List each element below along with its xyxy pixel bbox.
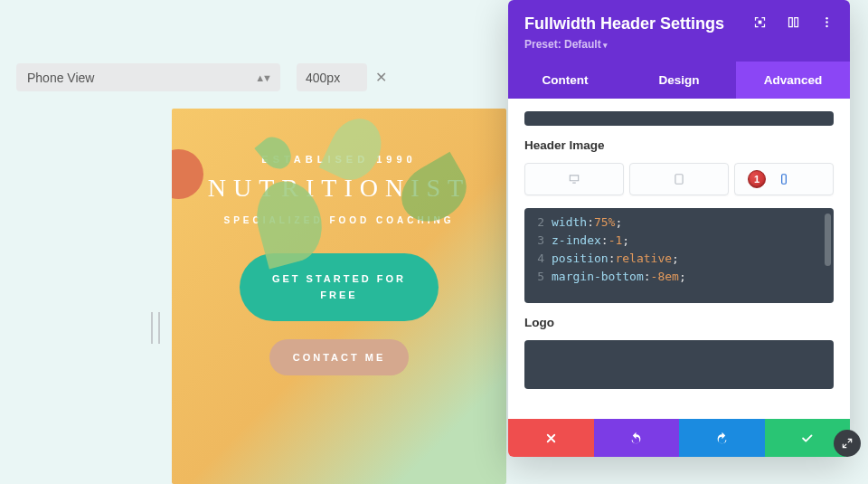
redo-button[interactable]: [679, 419, 765, 457]
panel-footer: [508, 419, 850, 457]
tab-advanced[interactable]: Advanced: [736, 62, 850, 99]
phone-icon: [778, 173, 790, 185]
undo-icon: [629, 432, 643, 445]
logo-code-editor[interactable]: [524, 340, 834, 389]
svg-point-1: [826, 17, 828, 20]
svg-rect-5: [782, 175, 787, 185]
expand-fab[interactable]: [834, 430, 861, 457]
panel-tabs: Content Design Advanced: [508, 62, 850, 99]
svg-rect-4: [675, 175, 683, 185]
redo-icon: [715, 432, 729, 445]
step-marker-1: 1: [748, 170, 766, 188]
undo-button[interactable]: [594, 419, 680, 457]
leaf-graphic: [254, 131, 297, 175]
tablet-icon: [673, 173, 685, 185]
header-image-section-label: Header Image: [524, 138, 834, 152]
clear-width-button[interactable]: ✕: [367, 63, 395, 91]
view-mode-select[interactable]: Phone View ▲▼: [16, 63, 280, 91]
settings-panel: Fullwidth Header Settings Preset: Defaul…: [508, 0, 850, 457]
device-toggle: 1: [524, 163, 834, 195]
select-chevron-icon: ▲▼: [255, 72, 269, 83]
preview-toolbar: Phone View ▲▼ 400px ✕: [16, 63, 395, 91]
contact-button[interactable]: CONTACT ME: [269, 339, 410, 375]
preview-frame: ESTABLISED 1990 NUTRITIONIST SPECIALIZED…: [172, 109, 506, 484]
expand-icon: [841, 437, 854, 450]
close-icon: ✕: [375, 69, 387, 86]
phone-device-button[interactable]: 1: [734, 163, 834, 195]
tab-content[interactable]: Content: [508, 62, 622, 99]
columns-icon[interactable]: [787, 15, 800, 33]
panel-body: Header Image 1 2width:75%; 3z-index:-1; …: [508, 99, 850, 419]
view-mode-label: Phone View: [27, 71, 94, 85]
desktop-device-button[interactable]: [524, 163, 624, 195]
svg-point-3: [826, 25, 828, 28]
css-code-editor[interactable]: 2width:75%; 3z-index:-1; 4position:relat…: [524, 208, 834, 303]
close-icon: [544, 432, 558, 445]
code-box-collapsed[interactable]: [524, 111, 834, 126]
preview-tagline: SPECIALIZED FOOD COACHING: [172, 214, 506, 228]
logo-section-label: Logo: [524, 316, 834, 329]
resize-grip[interactable]: [149, 312, 162, 344]
desktop-icon: [568, 173, 580, 185]
mobile-preview: ESTABLISED 1990 NUTRITIONIST SPECIALIZED…: [172, 109, 506, 484]
width-input[interactable]: 400px: [297, 63, 367, 91]
check-icon: [800, 432, 814, 445]
svg-point-2: [826, 21, 828, 24]
preset-selector[interactable]: Preset: Default: [524, 38, 834, 51]
code-scrollbar[interactable]: [825, 214, 831, 266]
svg-rect-0: [759, 21, 762, 24]
kebab-icon[interactable]: [820, 15, 834, 33]
panel-title: Fullwidth Header Settings: [524, 14, 724, 33]
cancel-button[interactable]: [508, 419, 594, 457]
tablet-device-button[interactable]: [629, 163, 729, 195]
panel-header: Fullwidth Header Settings Preset: Defaul…: [508, 0, 850, 99]
focus-icon[interactable]: [753, 15, 767, 33]
tab-design[interactable]: Design: [622, 62, 736, 99]
